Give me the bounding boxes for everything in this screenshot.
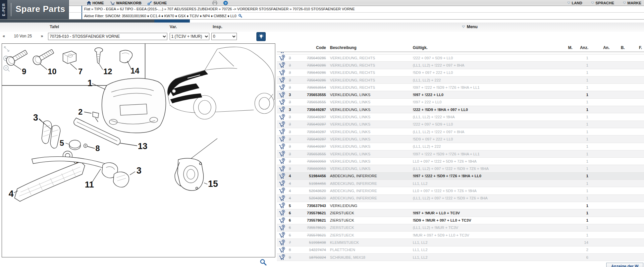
filter-key-icon[interactable]: [238, 14, 243, 18]
add-to-cart-button[interactable]: [277, 247, 286, 253]
table-row[interactable]: 3735649286VERKLEIDUNG, RECHTS!222 + 097 …: [277, 54, 644, 62]
diagram-callout[interactable]: 3: [33, 113, 38, 123]
table-row[interactable]: 3735649287VERKLEIDUNG, LINKS!5D9 + 097 +…: [277, 135, 644, 143]
row-part-code[interactable]: 735649286: [294, 71, 326, 75]
land-link[interactable]: LAND: [567, 1, 582, 5]
add-to-cart-button[interactable]: [277, 129, 286, 135]
row-part-code[interactable]: 735637943: [294, 204, 326, 208]
diagram-search-button[interactable]: [260, 259, 267, 267]
add-to-cart-button[interactable]: [277, 217, 286, 224]
row-part-code[interactable]: 735653555: [294, 93, 326, 97]
row-part-code[interactable]: 51984456: [294, 174, 326, 178]
add-to-cart-button[interactable]: [277, 225, 286, 231]
add-to-cart-button[interactable]: [277, 151, 286, 157]
table-row[interactable]: 3735653555VERKLEIDUNG, LINKS!097 + !222 …: [277, 91, 644, 98]
hint-bulb-button[interactable]: [256, 32, 266, 41]
diagram-callout[interactable]: 1: [87, 78, 92, 88]
table-row[interactable]: 5735637943VERKLEIDUNG1: [277, 202, 644, 209]
part-foglamp-15[interactable]: 15: [175, 138, 218, 190]
row-part-code[interactable]: 735649287: [294, 115, 326, 119]
add-to-cart-button[interactable]: [277, 173, 286, 179]
table-row[interactable]: 3735649287VERKLEIDUNG, LINKS!222 + !5D9 …: [277, 106, 644, 113]
part-clip-2[interactable]: 2: [78, 107, 99, 122]
add-to-cart-button[interactable]: [277, 92, 286, 98]
add-to-cart-button[interactable]: [277, 62, 286, 68]
table-row[interactable]: 3735653555VERKLEIDUNG, LINKS!097 + 222 +…: [277, 99, 644, 106]
row-part-code[interactable]: 735578621: [294, 233, 326, 237]
table-row[interactable]: 3735649286VERKLEIDUNG, RECHTS(LL1, LL2) …: [277, 77, 644, 84]
cart-menu-button[interactable]: WARENKORB: [110, 1, 142, 5]
part-fins-3-left[interactable]: 3: [33, 113, 60, 148]
add-to-cart-button[interactable]: [277, 254, 286, 260]
diagram-callout[interactable]: 7: [78, 67, 82, 76]
table-row[interactable]: 3735649287VERKLEIDUNG, LINKS(LL1, LL2) +…: [277, 128, 644, 135]
table-row[interactable]: 3735660959VERKLEIDUNG, LINKSLL0 + 097 + …: [277, 158, 644, 165]
add-to-cart-button[interactable]: [277, 143, 286, 150]
marke-link[interactable]: MARKE: [623, 1, 641, 5]
table-row[interactable]: 3735649287VERKLEIDUNG, LINKS(LL1, LL2) +…: [277, 113, 644, 121]
add-to-cart-button[interactable]: [277, 121, 286, 128]
diagram-callout[interactable]: 13: [138, 141, 147, 151]
var-select[interactable]: 1 (TC3V + !MUR): [170, 33, 209, 40]
add-to-cart-button[interactable]: [277, 84, 286, 90]
table-row[interactable]: 3735649286VERKLEIDUNG, RECHTS(LL1, LL2) …: [277, 62, 644, 69]
diagram-callout[interactable]: 11: [85, 180, 94, 189]
next-table-button[interactable]: »: [41, 33, 43, 38]
row-part-code[interactable]: 52043620: [294, 189, 326, 193]
row-part-code[interactable]: 735578621: [294, 226, 326, 230]
diagram-callout[interactable]: 15: [208, 179, 218, 189]
row-part-code[interactable]: 735660959: [294, 167, 326, 171]
table-row[interactable]: 918750324SCHRAUBE, M6X18LL1, LL26: [277, 254, 644, 261]
add-to-cart-button[interactable]: [277, 210, 286, 216]
table-row[interactable]: 6735578621ZIERSTUECK!097 + !MUR + LL0 + …: [277, 209, 644, 217]
add-to-cart-button[interactable]: [277, 136, 286, 142]
add-to-cart-button[interactable]: [277, 187, 286, 194]
add-to-cart-button[interactable]: [277, 180, 286, 187]
table-row[interactable]: 452043620ABDECKUNG, INFERIORELL0 + 097 +…: [277, 187, 644, 194]
row-part-code[interactable]: 18750324: [294, 255, 326, 259]
part-screw-8[interactable]: 8: [84, 144, 100, 153]
add-to-cart-button[interactable]: [277, 195, 286, 201]
add-to-cart-button[interactable]: [277, 158, 286, 164]
diagram-callout[interactable]: 9: [22, 67, 26, 76]
table-row[interactable]: 3735653555VERKLEIDUNG, LINKS!097 + !222 …: [277, 150, 644, 158]
add-to-cart-button[interactable]: [277, 106, 286, 113]
table-row[interactable]: 3735660959VERKLEIDUNG, LINKS(LL1, LL2) +…: [277, 165, 644, 172]
table-row[interactable]: 6735578621ZIERSTUECK!5D9 + !MUR + 097 + …: [277, 217, 644, 224]
table-row[interactable]: 3735649287VERKLEIDUNG, LINKS!222 + 097 +…: [277, 121, 644, 128]
add-to-cart-button[interactable]: [277, 55, 286, 61]
table-row[interactable]: 452043620ABDECKUNG, INFERIORE(LL1, LL2) …: [277, 195, 644, 202]
diagram-callout[interactable]: 12: [103, 67, 112, 76]
part-grille-4[interactable]: 4: [9, 162, 85, 201]
breadcrumb[interactable]: Fiat » TIPO - EGEA » 6J TIPO - EGEA (201…: [84, 7, 355, 11]
row-part-code[interactable]: 735578621: [294, 211, 326, 215]
row-part-code[interactable]: 735649287: [294, 108, 326, 112]
diagram-callout[interactable]: 3: [136, 166, 141, 176]
add-to-cart-button[interactable]: [277, 240, 286, 246]
sprache-link[interactable]: SPRACHE: [591, 1, 614, 5]
part-clip-14[interactable]: 14: [120, 50, 139, 75]
row-part-code[interactable]: 14227474: [294, 248, 326, 252]
search-menu-button[interactable]: SUCHE: [147, 1, 167, 5]
add-to-cart-button[interactable]: [277, 99, 286, 105]
row-part-code[interactable]: 735649286: [294, 78, 326, 82]
insp-select[interactable]: 0: [211, 33, 237, 40]
row-part-code[interactable]: 735653555: [294, 152, 326, 156]
diagram-callout[interactable]: 2: [78, 107, 82, 116]
row-part-code[interactable]: 735649287: [294, 144, 326, 148]
diagram-callout[interactable]: 4: [9, 189, 14, 199]
part-bumper-1[interactable]: 1: [87, 78, 166, 133]
row-part-code[interactable]: 735653555: [294, 100, 326, 104]
help-button[interactable]: ?: [223, 1, 228, 5]
part-bezels-3-right[interactable]: 3: [102, 163, 141, 187]
diagram-callout[interactable]: 5: [60, 138, 64, 147]
add-to-cart-button[interactable]: [277, 77, 286, 83]
add-to-cart-button[interactable]: [277, 166, 286, 172]
table-row[interactable]: 3735649287VERKLEIDUNG, LINKS(LL1, LL2) +…: [277, 143, 644, 150]
home-button[interactable]: HOME: [87, 1, 104, 5]
add-to-cart-button[interactable]: [277, 70, 286, 76]
part-bolt-10[interactable]: 10: [31, 47, 57, 76]
part-bolt-9[interactable]: 9: [5, 48, 29, 76]
table-row[interactable]: 6735578621ZIERSTUECK(LL1, LL2) + !MUR + …: [277, 224, 644, 232]
table-row[interactable]: 751998498KLEMMSTUECKLL1, LL214: [277, 239, 644, 246]
